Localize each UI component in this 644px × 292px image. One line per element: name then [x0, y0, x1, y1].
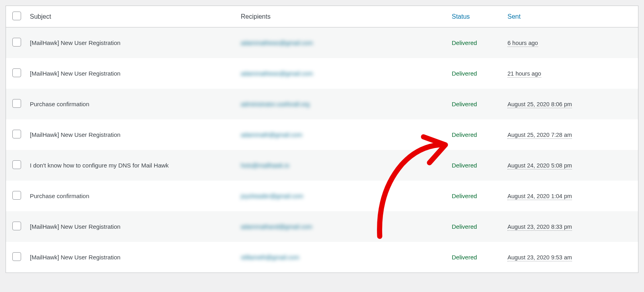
row-checkbox[interactable] — [12, 252, 21, 261]
row-checkbox[interactable] — [12, 222, 21, 230]
subject-text[interactable]: [MailHawk] New User Registration — [30, 131, 121, 138]
sent-timestamp: August 25, 2020 7:28 am — [507, 132, 572, 139]
header-subject[interactable]: Subject — [30, 13, 51, 20]
status-badge: Delivered — [452, 162, 477, 169]
table-row: Purchase confirmation administrator.usef… — [6, 89, 638, 119]
status-badge: Delivered — [452, 101, 477, 107]
header-sent[interactable]: Sent — [507, 13, 521, 20]
header-status[interactable]: Status — [452, 13, 470, 20]
status-badge: Delivered — [452, 254, 477, 261]
recipient-email[interactable]: administrator.useforall.org — [241, 101, 310, 107]
subject-text[interactable]: Purchase confirmation — [30, 193, 89, 199]
table-row: Purchase confirmation joysheader@gmail.c… — [6, 181, 638, 211]
email-log-table: Subject Recipients Status Sent [MailHawk… — [6, 6, 638, 273]
table-row: [MailHawk] New User Registration adammat… — [6, 119, 638, 150]
recipient-email[interactable]: stillameth@gmail.com — [241, 254, 299, 261]
subject-text[interactable]: [MailHawk] New User Registration — [30, 254, 121, 261]
sent-timestamp: 21 hours ago — [507, 70, 541, 78]
table-row: [MailHawk] New User Registration adammat… — [6, 211, 638, 242]
row-checkbox[interactable] — [12, 130, 21, 138]
sent-timestamp: August 24, 2020 1:04 pm — [507, 193, 572, 200]
header-recipients[interactable]: Recipients — [241, 13, 271, 20]
recipient-email[interactable]: joysheader@gmail.com — [241, 193, 303, 199]
status-badge: Delivered — [452, 223, 477, 230]
recipient-email[interactable]: adammathews@gmail.com — [241, 39, 313, 46]
recipient-email[interactable]: hots@mailhawk.io — [241, 162, 289, 169]
sent-timestamp: August 24, 2020 5:08 pm — [507, 162, 572, 169]
sent-timestamp: August 23, 2020 9:53 am — [507, 254, 572, 261]
status-badge: Delivered — [452, 193, 477, 199]
recipient-email[interactable]: adammathews@gmail.com — [241, 70, 313, 77]
row-checkbox[interactable] — [12, 38, 21, 47]
table-row: I don't know how to configure my DNS for… — [6, 150, 638, 181]
table-row: [MailHawk] New User Registration adammat… — [6, 27, 638, 58]
subject-text[interactable]: [MailHawk] New User Registration — [30, 39, 121, 46]
status-badge: Delivered — [452, 39, 477, 46]
recipient-email[interactable]: adammath@gmail.com — [241, 131, 302, 138]
row-checkbox[interactable] — [12, 99, 21, 108]
subject-text[interactable]: [MailHawk] New User Registration — [30, 70, 121, 77]
subject-text[interactable]: Purchase confirmation — [30, 101, 89, 107]
sent-timestamp: August 25, 2020 8:06 pm — [507, 101, 572, 108]
status-badge: Delivered — [452, 131, 477, 138]
select-all-checkbox[interactable] — [12, 12, 21, 20]
subject-text[interactable]: I don't know how to configure my DNS for… — [30, 162, 169, 169]
sent-timestamp: 6 hours ago — [507, 40, 538, 47]
row-checkbox[interactable] — [12, 160, 21, 169]
table-header-row: Subject Recipients Status Sent — [6, 6, 638, 27]
row-checkbox[interactable] — [12, 68, 21, 77]
recipient-email[interactable]: adammathand@gmail.com — [241, 223, 312, 230]
subject-text[interactable]: [MailHawk] New User Registration — [30, 223, 121, 230]
status-badge: Delivered — [452, 70, 477, 77]
row-checkbox[interactable] — [12, 191, 21, 200]
table-row: [MailHawk] New User Registration stillam… — [6, 242, 638, 273]
sent-timestamp: August 23, 2020 8:33 pm — [507, 224, 572, 231]
table-row: [MailHawk] New User Registration adammat… — [6, 58, 638, 89]
